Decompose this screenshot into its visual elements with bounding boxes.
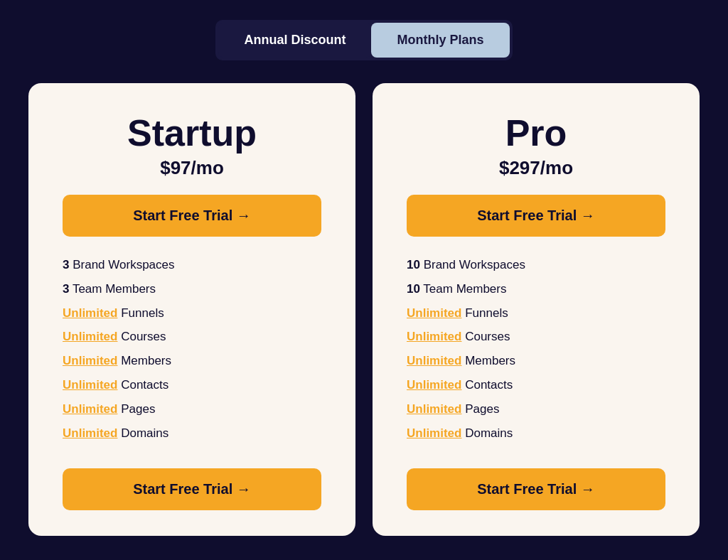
list-item: Unlimited Members: [63, 352, 321, 370]
startup-trial-button-bottom[interactable]: Start Free Trial →: [63, 468, 321, 510]
list-item: 10 Team Members: [407, 281, 665, 298]
list-item: Unlimited Funnels: [407, 305, 665, 322]
list-item: 3 Team Members: [63, 281, 321, 298]
list-item: Unlimited Funnels: [63, 305, 321, 322]
list-item: 10 Brand Workspaces: [407, 257, 665, 274]
startup-trial-button-top[interactable]: Start Free Trial →: [63, 195, 321, 237]
pro-plan-price: $297/mo: [499, 157, 573, 179]
billing-toggle: Annual Discount Monthly Plans: [215, 20, 512, 60]
pro-features-list: 10 Brand Workspaces 10 Team Members Unli…: [407, 257, 665, 448]
pro-plan-card: Pro $297/mo Start Free Trial → 10 Brand …: [373, 83, 700, 536]
startup-plan-card: Startup $97/mo Start Free Trial → 3 Bran…: [28, 83, 355, 536]
list-item: Unlimited Courses: [63, 328, 321, 345]
list-item: Unlimited Contacts: [407, 377, 665, 394]
list-item: Unlimited Contacts: [63, 377, 321, 394]
pro-plan-name: Pro: [505, 112, 567, 154]
list-item: Unlimited Domains: [63, 425, 321, 442]
pro-trial-button-bottom[interactable]: Start Free Trial →: [407, 468, 665, 510]
startup-features-list: 3 Brand Workspaces 3 Team Members Unlimi…: [63, 257, 321, 448]
startup-plan-price: $97/mo: [160, 157, 224, 179]
plans-container: Startup $97/mo Start Free Trial → 3 Bran…: [28, 83, 700, 536]
list-item: Unlimited Pages: [407, 401, 665, 418]
list-item: Unlimited Courses: [407, 328, 665, 345]
monthly-plans-button[interactable]: Monthly Plans: [371, 23, 509, 58]
startup-plan-name: Startup: [127, 112, 257, 154]
annual-discount-button[interactable]: Annual Discount: [218, 23, 371, 58]
list-item: Unlimited Domains: [407, 425, 665, 442]
list-item: Unlimited Members: [407, 352, 665, 370]
list-item: 3 Brand Workspaces: [63, 257, 321, 274]
pro-trial-button-top[interactable]: Start Free Trial →: [407, 195, 665, 237]
list-item: Unlimited Pages: [63, 401, 321, 418]
